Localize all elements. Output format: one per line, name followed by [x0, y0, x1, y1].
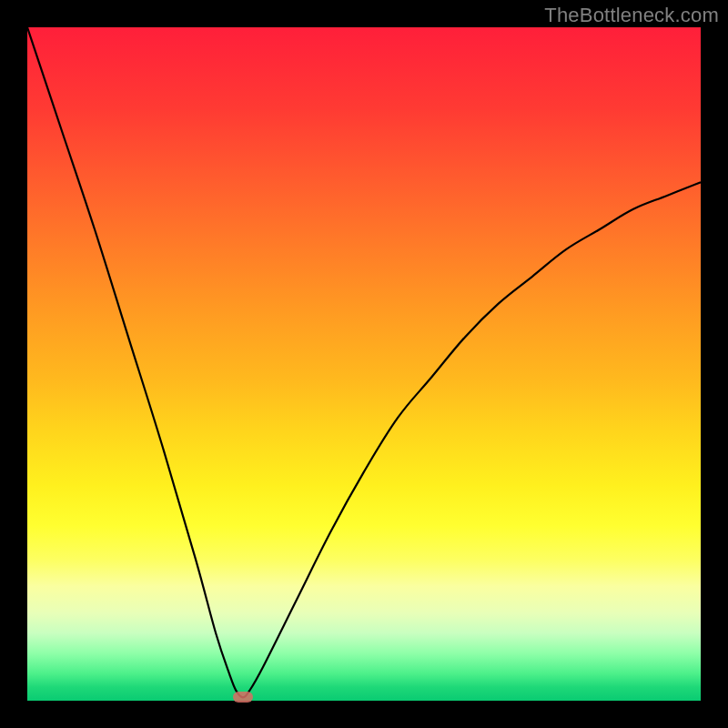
bottleneck-curve — [27, 27, 701, 697]
chart-frame: TheBottleneck.com — [0, 0, 728, 728]
plot-area — [27, 27, 701, 701]
min-marker — [233, 692, 253, 703]
curve-svg — [27, 27, 701, 701]
watermark-text: TheBottleneck.com — [544, 4, 719, 27]
